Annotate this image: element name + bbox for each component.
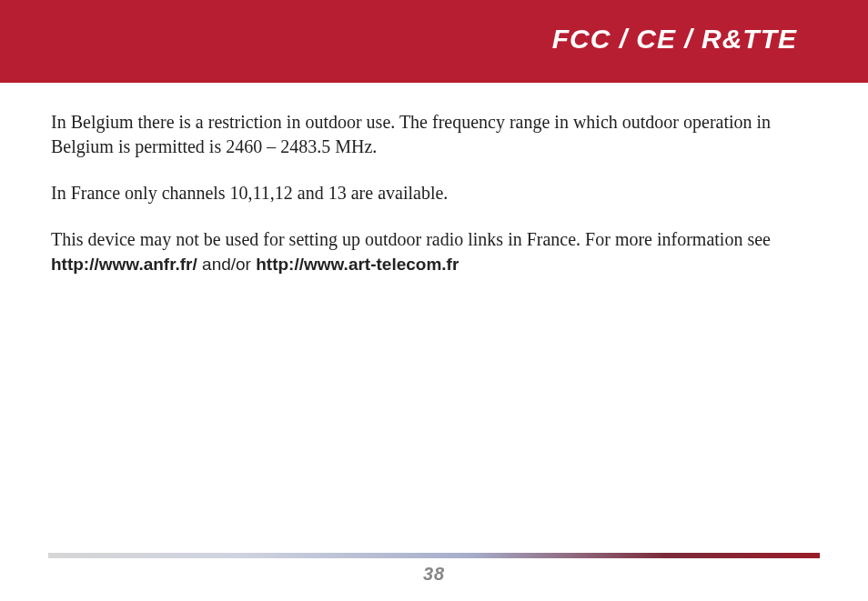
content-area: In Belgium there is a restriction in out… (0, 83, 868, 276)
link-anfr: http://www.anfr.fr/ (51, 255, 197, 274)
paragraph-france-channels: In France only channels 10,11,12 and 13 … (51, 181, 817, 205)
link-art-telecom: http://www.art-telecom.fr (256, 255, 459, 274)
page-number: 38 (423, 564, 445, 585)
header-band: FCC / CE / R&TTE (0, 0, 868, 83)
paragraph-belgium: In Belgium there is a restriction in out… (51, 110, 817, 159)
paragraph-prefix: This device may not be used for setting … (51, 229, 771, 249)
footer-gradient-bar (48, 553, 820, 558)
footer: 38 (0, 553, 868, 585)
paragraph-france-links: This device may not be used for setting … (51, 227, 817, 276)
page-title: FCC / CE / R&TTE (552, 24, 797, 55)
connector-text: and/or (197, 255, 256, 274)
